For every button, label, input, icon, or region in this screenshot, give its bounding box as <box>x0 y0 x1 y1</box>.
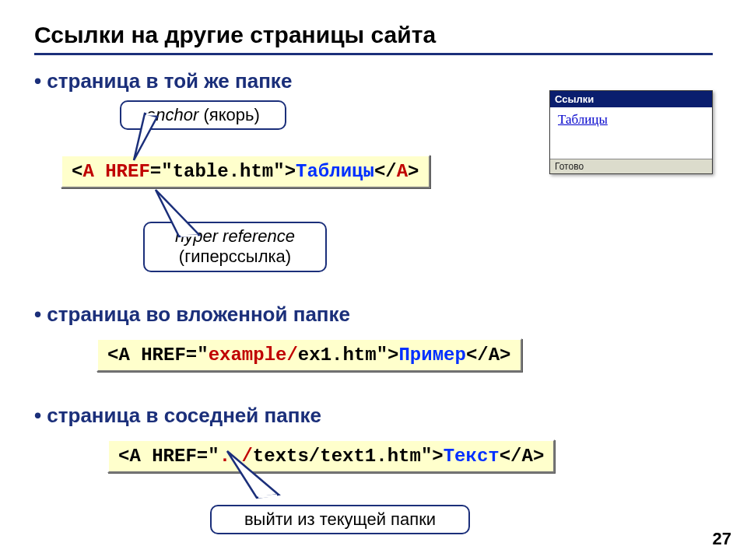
code-same-folder: <A HREF="table.htm">Таблицы</A> <box>61 155 430 188</box>
preview-link[interactable]: Таблицы <box>558 112 608 127</box>
slide: Ссылки на другие страницы сайта страница… <box>0 0 747 560</box>
code-token: > <box>408 161 419 182</box>
code-token: <A HREF=" <box>107 345 209 366</box>
callout-up-text: выйти из текущей папки <box>244 509 436 529</box>
code-token: ="table.htm"> <box>150 161 296 182</box>
code-token-a: A <box>82 161 93 182</box>
callout-up: выйти из текущей папки <box>210 505 470 534</box>
preview-window-title: Ссылки <box>550 91 712 107</box>
code-token: </A> <box>500 446 545 467</box>
page-title: Ссылки на другие страницы сайта <box>34 22 713 48</box>
code-token-a: A <box>397 161 408 182</box>
preview-window: Ссылки Таблицы Готово <box>549 90 713 174</box>
callout-href: hyper reference (гиперссылка) <box>143 222 327 272</box>
code-token: < <box>72 161 82 182</box>
callout-anchor-term: anchor <box>146 105 198 124</box>
code-token-linktext: Таблицы <box>296 161 374 182</box>
code-token <box>94 161 105 182</box>
section-nested-folder: страница во вложенной папке <A HREF="exa… <box>34 303 713 396</box>
code-token-linktext: Текст <box>444 446 500 467</box>
title-divider <box>34 53 713 55</box>
preview-window-body: Таблицы <box>550 107 712 159</box>
page-number: 27 <box>713 529 731 549</box>
callout-href-term: hyper reference <box>175 226 295 246</box>
callout-href-trans: (гиперссылка) <box>179 247 291 266</box>
code-token: <A HREF=" <box>118 446 219 467</box>
callout-anchor: anchor (якорь) <box>120 100 286 130</box>
code-token: texts/text1.htm"> <box>253 446 444 467</box>
code-token-up: ../ <box>219 446 253 467</box>
bullet-nested-folder: страница во вложенной папке <box>34 303 713 327</box>
code-token-linktext: Пример <box>398 345 465 366</box>
code-nested-folder: <A HREF="example/ex1.htm">Пример</A> <box>96 338 522 372</box>
code-sibling-folder: <A HREF="../texts/text1.htm">Текст</A> <box>107 439 555 473</box>
code-token: </A> <box>466 345 511 366</box>
section-sibling-folder: страница в соседней папке <A HREF="../te… <box>34 404 713 560</box>
code-token: ex1.htm"> <box>298 345 399 366</box>
code-token-dir: example/ <box>209 345 298 366</box>
code-token-href: HREF <box>105 161 150 182</box>
bullet-sibling-folder: страница в соседней папке <box>34 404 713 428</box>
callout-anchor-trans: (якорь) <box>198 105 259 124</box>
preview-window-status: Готово <box>550 159 712 173</box>
code-token: </ <box>374 161 397 182</box>
